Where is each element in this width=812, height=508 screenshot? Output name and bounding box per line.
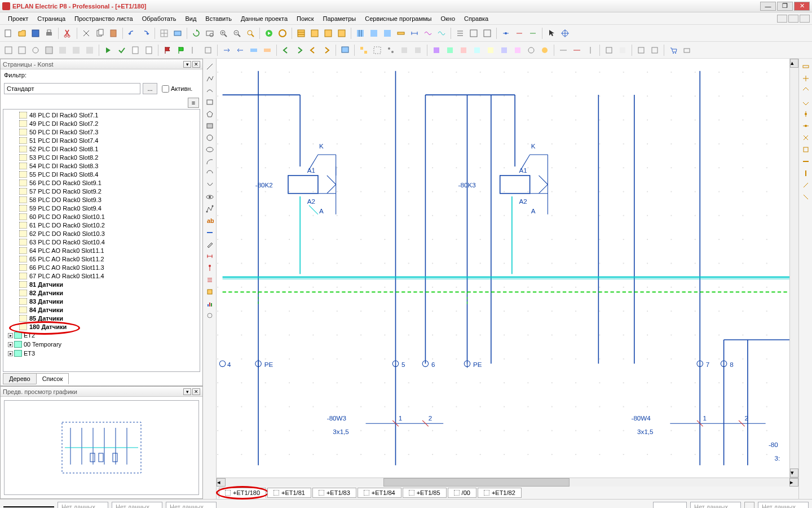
tool-pin-icon[interactable] <box>204 262 215 274</box>
rtool-10-icon[interactable] <box>800 168 811 179</box>
tb2-5-icon[interactable] <box>56 44 69 56</box>
tb2-f1-icon[interactable] <box>635 44 647 56</box>
page-tab[interactable]: +ET1/85 <box>403 488 447 498</box>
close-button[interactable]: ✕ <box>794 2 810 11</box>
tb2-grp2-icon[interactable] <box>371 44 383 56</box>
rtool-5-icon[interactable] <box>800 108 811 120</box>
preview-pin-icon[interactable]: ▾ <box>183 388 191 395</box>
tree-item[interactable]: 82 Датчики <box>19 288 197 297</box>
tb2-flag1-icon[interactable] <box>161 44 174 56</box>
rtool-3-icon[interactable] <box>800 85 811 96</box>
hscrollbar[interactable]: ◂▸ <box>217 478 798 487</box>
tb2-e2-icon[interactable] <box>616 44 629 56</box>
tb2-fwd2-icon[interactable] <box>320 44 333 56</box>
rtool-7-icon[interactable] <box>800 132 811 143</box>
print-icon[interactable] <box>43 27 55 40</box>
redo-icon[interactable] <box>139 27 152 40</box>
conn1-icon[interactable] <box>500 27 512 40</box>
menu-project[interactable]: Проект <box>3 14 33 24</box>
tb2-fwd-icon[interactable] <box>293 44 306 56</box>
mdi-restore[interactable] <box>788 15 798 23</box>
new-icon[interactable] <box>2 27 15 40</box>
menu-view[interactable]: Вид <box>180 14 201 24</box>
bt-field-3[interactable] <box>166 502 217 509</box>
cut2-icon[interactable] <box>80 27 92 40</box>
tree-item[interactable]: 60 PLC DO Rack0 Slot10.1 <box>19 212 197 221</box>
tb2-d2-icon[interactable] <box>571 44 583 56</box>
tab-list[interactable]: Список <box>36 373 69 384</box>
dim-icon[interactable] <box>408 27 421 40</box>
grid3-icon[interactable] <box>381 27 394 40</box>
tree-item[interactable]: 57 PLC DO Rack0 Slot9.2 <box>19 187 197 195</box>
rtool-8-icon[interactable] <box>800 144 811 155</box>
bt-field-5[interactable] <box>690 502 741 509</box>
pages-tree[interactable]: 48 PLC DI Rack0 Slot7.149 PLC DI Rack0 S… <box>3 109 200 372</box>
tool-misc-icon[interactable] <box>204 310 215 321</box>
tb2-nav2-icon[interactable] <box>234 44 246 56</box>
linestyle-preview[interactable] <box>3 506 54 507</box>
panel-close-icon[interactable]: ✕ <box>192 61 200 68</box>
tool-arc-icon[interactable] <box>204 156 215 167</box>
filter-select[interactable] <box>4 83 140 94</box>
preview-close-icon[interactable]: ✕ <box>192 388 200 395</box>
wave-icon[interactable] <box>422 27 434 40</box>
tool-box-icon[interactable] <box>204 286 215 297</box>
tree-node[interactable]: ▸00 Temporary <box>8 340 197 349</box>
tool-circle-icon[interactable] <box>204 132 215 143</box>
tb2-f2-icon[interactable] <box>648 44 661 56</box>
menu-utilities[interactable]: Сервисные программы <box>360 14 436 24</box>
tree-item[interactable]: 59 PLC DO Rack0 Slot9.4 <box>19 204 197 212</box>
tool-ellipse-icon[interactable] <box>204 144 215 155</box>
tree-item[interactable]: 67 PLC AO Rack0 Slot11.4 <box>19 271 197 280</box>
tb2-grp5-icon[interactable] <box>412 44 424 56</box>
menu-find[interactable]: Поиск <box>292 14 318 24</box>
copy-icon[interactable] <box>94 27 106 40</box>
refresh-icon[interactable] <box>190 27 202 40</box>
tree-item[interactable]: 180 Датчики <box>19 322 197 331</box>
rtool-1-icon[interactable] <box>800 61 811 72</box>
list2-icon[interactable] <box>467 27 480 40</box>
paste-icon[interactable] <box>107 27 120 40</box>
tree-item[interactable]: 84 Датчики <box>19 305 197 314</box>
menu-help[interactable]: Справка <box>460 14 493 24</box>
page-tab[interactable]: +ET1/180 <box>219 488 266 498</box>
rtool-6-icon[interactable] <box>800 120 811 132</box>
page-tab[interactable]: /00 <box>448 488 476 498</box>
bt-color-swatch[interactable] <box>744 502 754 509</box>
tool-pen-icon[interactable] <box>204 239 215 250</box>
menu-page[interactable]: Страница <box>33 14 70 24</box>
undo-icon[interactable] <box>126 27 138 40</box>
tree-item[interactable]: 62 PLC DO Rack0 Slot10.3 <box>19 229 197 238</box>
tool-dim-icon[interactable] <box>204 251 215 262</box>
tb2-d1-icon[interactable] <box>557 44 570 56</box>
tool-arc3-icon[interactable] <box>204 179 215 191</box>
tool-polyline-icon[interactable] <box>204 73 215 84</box>
tb2-grp3-icon[interactable] <box>385 44 397 56</box>
align-button[interactable]: ≡ <box>188 98 199 108</box>
list3-icon[interactable] <box>481 27 493 40</box>
tb2-7-icon[interactable] <box>83 44 96 56</box>
tb2-grp4-icon[interactable] <box>398 44 411 56</box>
tree-item[interactable]: 58 PLC DO Rack0 Slot9.3 <box>19 195 197 204</box>
tb2-grp1-icon[interactable] <box>358 44 370 56</box>
zoomwin-icon[interactable] <box>244 27 257 40</box>
tree-item[interactable]: 61 PLC DO Rack0 Slot10.2 <box>19 221 197 229</box>
table3-icon[interactable] <box>322 27 334 40</box>
tool-chart-icon[interactable] <box>204 298 215 309</box>
tree-item[interactable]: 63 PLC DO Rack0 Slot10.4 <box>19 238 197 246</box>
tb2-flag2-icon[interactable] <box>175 44 187 56</box>
tb2-nav1-icon[interactable] <box>220 44 233 56</box>
tree-node[interactable]: ▸ET2 <box>8 331 197 340</box>
tb2-c4-icon[interactable] <box>471 44 483 56</box>
tb2-cart-icon[interactable] <box>667 44 679 56</box>
tb2-e1-icon[interactable] <box>603 44 615 56</box>
tb2-d3-icon[interactable] <box>584 44 597 56</box>
tree-item[interactable]: 53 PLC DI Rack0 Slot8.2 <box>19 153 197 161</box>
tb2-back2-icon[interactable] <box>307 44 319 56</box>
tree-item[interactable]: 56 PLC DO Rack0 Slot9.1 <box>19 178 197 187</box>
tree-item[interactable]: 85 Датчики <box>19 314 197 322</box>
page-tab[interactable]: +ET1/82 <box>478 488 522 498</box>
rtool-9-icon[interactable] <box>800 156 811 167</box>
rtool-12-icon[interactable] <box>800 191 811 203</box>
tool-spline-icon[interactable] <box>204 85 215 96</box>
